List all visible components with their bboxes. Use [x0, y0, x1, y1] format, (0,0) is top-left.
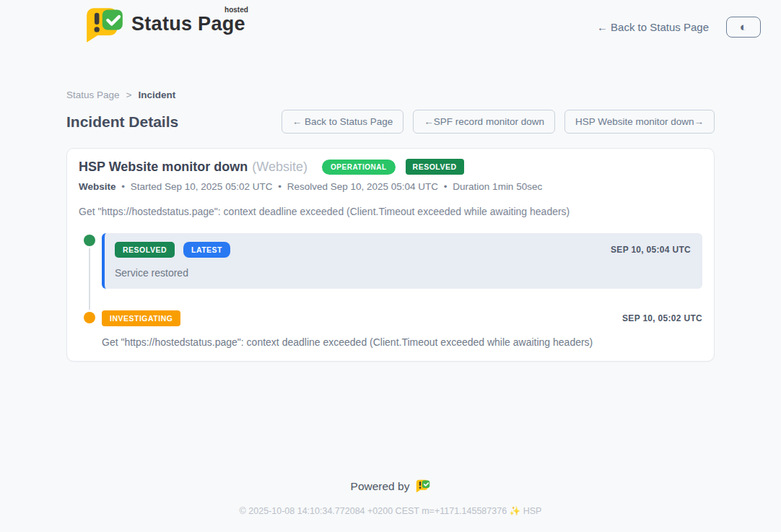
timeline-update-card: RESOLVED LATEST SEP 10, 05:04 UTC Servic…: [102, 233, 702, 289]
timeline-entry: RESOLVED LATEST SEP 10, 05:04 UTC Servic…: [84, 233, 702, 289]
theme-toggle-button[interactable]: ◐: [726, 17, 761, 38]
incident-card: HSP Website monitor down (Website) OPERA…: [66, 148, 715, 362]
meta-duration: Duration 1min 50sec: [453, 181, 542, 192]
meta-separator: •: [444, 181, 448, 192]
incident-timeline: RESOLVED LATEST SEP 10, 05:04 UTC Servic…: [84, 233, 702, 348]
timeline-entry: INVESTIGATING SEP 10, 05:02 UTC Get "htt…: [84, 310, 702, 348]
status-page-logo-icon: [85, 7, 124, 46]
breadcrumb: Status Page > Incident: [66, 90, 715, 100]
update-timestamp: SEP 10, 05:04 UTC: [611, 245, 691, 255]
update-timestamp: SEP 10, 05:02 UTC: [622, 313, 702, 323]
update-message: Get "https://hostedstatus.page": context…: [102, 336, 702, 348]
header: Status Page hosted ← Back to Status Page…: [0, 0, 781, 46]
logo-text: Status Page: [131, 13, 245, 35]
breadcrumb-link-status-page[interactable]: Status Page: [66, 90, 120, 100]
breadcrumb-separator: >: [126, 90, 132, 100]
badge-investigating: INVESTIGATING: [102, 310, 180, 326]
main-content: Status Page > Incident Incident Details …: [66, 46, 715, 362]
status-page-logo-icon-small: [416, 479, 430, 493]
back-to-status-page-link[interactable]: ← Back to Status Page: [597, 21, 709, 33]
next-incident-button[interactable]: HSP Website monitor down→: [564, 110, 715, 134]
logo-superscript: hosted: [224, 6, 248, 14]
half-circle-icon: ◐: [740, 21, 747, 33]
breadcrumb-current-incident: Incident: [138, 90, 175, 100]
page-title: Incident Details: [66, 113, 178, 131]
incident-nav-buttons: ← Back to Status Page ←SPF record monito…: [282, 110, 715, 134]
meta-separator: •: [121, 181, 125, 192]
incident-component: (Website): [252, 160, 307, 175]
incident-description: Get "https://hostedstatus.page": context…: [79, 206, 702, 217]
incident-meta: Website • Started Sep 10, 2025 05:02 UTC…: [79, 181, 702, 192]
update-message: Service restored: [115, 267, 691, 279]
copyright-text: © 2025-10-08 14:10:34.772084 +0200 CEST …: [0, 505, 781, 516]
status-badge-resolved: RESOLVED: [406, 159, 464, 175]
footer: Powered by © 2025-10-08 14:10:34.772084 …: [0, 479, 781, 532]
incident-title: HSP Website monitor down: [79, 160, 248, 175]
meta-started: Started Sep 10, 2025 05:02 UTC: [131, 181, 273, 192]
back-to-status-page-button[interactable]: ← Back to Status Page: [282, 110, 404, 134]
prev-incident-button[interactable]: ←SPF record monitor down: [413, 110, 555, 134]
timeline-dot-investigating: [84, 312, 95, 323]
powered-by-link[interactable]: Powered by: [351, 479, 431, 493]
meta-resolved: Resolved Sep 10, 2025 05:04 UTC: [287, 181, 438, 192]
timeline-dot-resolved: [84, 235, 95, 246]
logo[interactable]: Status Page hosted: [20, 7, 245, 46]
badge-latest: LATEST: [183, 242, 230, 258]
meta-component: Website: [79, 181, 116, 192]
powered-by-label: Powered by: [351, 480, 410, 493]
badge-resolved: RESOLVED: [115, 242, 175, 258]
meta-separator: •: [278, 181, 282, 192]
status-badge-operational: OPERATIONAL: [322, 160, 396, 175]
